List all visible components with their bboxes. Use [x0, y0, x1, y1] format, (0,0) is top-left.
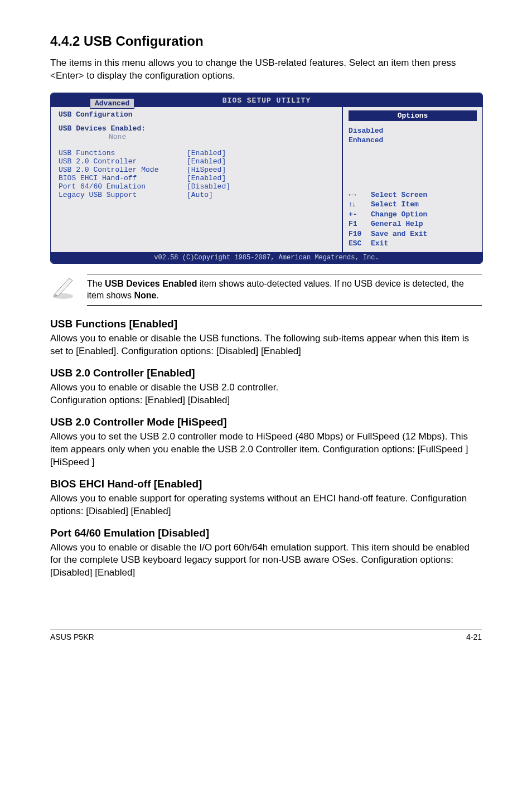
bios-tab-advanced[interactable]: Advanced: [90, 98, 134, 109]
help-desc: Change Option: [371, 210, 427, 220]
bios-setting-value: [Enabled]: [187, 174, 226, 182]
help-key: F10: [349, 229, 371, 239]
bios-setting-row[interactable]: Port 64/60 Emulation [Disabled]: [59, 182, 334, 191]
bios-setting-label: Legacy USB Support: [59, 191, 187, 199]
bios-setting-label: USB 2.0 Controller Mode: [59, 166, 187, 174]
help-desc: Exit: [371, 239, 388, 249]
bios-setting-label: Port 64/60 Emulation: [59, 182, 187, 191]
help-desc: General Help: [371, 219, 423, 229]
help-key: +-: [349, 210, 371, 220]
help-desc: Save and Exit: [371, 229, 427, 239]
intro-paragraph: The items in this menu allows you to cha…: [50, 57, 482, 83]
bios-setting-label: BIOS EHCI Hand-off: [59, 174, 187, 182]
help-desc: Select Screen: [371, 190, 427, 200]
sub-heading: BIOS EHCI Hand-off [Enabled]: [50, 478, 482, 490]
note-bold: USB Devices Enabled: [105, 279, 197, 288]
bios-setting-value: [Auto]: [187, 191, 213, 199]
body-text: Allows you to enable or disable the USB …: [50, 381, 482, 407]
note-part: .: [156, 291, 158, 300]
bios-setting-row[interactable]: BIOS EHCI Hand-off [Enabled]: [59, 174, 334, 182]
bios-setting-row[interactable]: USB 2.0 Controller Mode [HiSpeed]: [59, 166, 334, 174]
bios-side-panel: Options Disabled Enhanced ←→Select Scree…: [343, 107, 482, 252]
bios-titlebar: BIOS SETUP UTILITY Advanced: [51, 93, 482, 107]
bios-devices-label: USB Devices Enabled:: [59, 124, 334, 133]
page-footer: ASUS P5KR 4-21: [50, 630, 482, 641]
body-text: Allows you to enable support for operati…: [50, 492, 482, 518]
sub-heading: USB 2.0 Controller [Enabled]: [50, 367, 482, 379]
bios-devices-value: None: [109, 133, 334, 141]
help-desc: Select Item: [371, 200, 419, 210]
help-key: ←→: [349, 190, 371, 200]
bios-option-value[interactable]: Disabled: [349, 127, 477, 136]
bios-option-value[interactable]: Enhanced: [349, 136, 477, 146]
help-key: F1: [349, 219, 371, 229]
bios-options-header: Options: [349, 110, 477, 121]
bios-setting-value: [Enabled]: [187, 157, 226, 166]
bios-title: BIOS SETUP UTILITY: [223, 96, 311, 105]
body-text: Allows you to set the USB 2.0 controller…: [50, 431, 482, 469]
bios-main-panel: USB Configuration USB Devices Enabled: N…: [51, 107, 343, 252]
sub-heading: USB Functions [Enabled]: [50, 318, 482, 330]
bios-setting-label: USB 2.0 Controller: [59, 157, 187, 166]
note-bold: None: [134, 291, 156, 300]
bios-setting-value: [Enabled]: [187, 149, 226, 157]
footer-left: ASUS P5KR: [50, 632, 94, 641]
body-text: Allows you to enable or disable the I/O …: [50, 542, 482, 580]
bios-setting-row[interactable]: USB Functions [Enabled]: [59, 149, 334, 157]
bios-setting-row[interactable]: USB 2.0 Controller [Enabled]: [59, 157, 334, 166]
section-heading: 4.4.2 USB Configuration: [50, 33, 482, 49]
bios-footer: v02.58 (C)Copyright 1985-2007, American …: [51, 252, 482, 263]
bios-help-keys: ←→Select Screen ↑↓Select Item +-Change O…: [349, 190, 477, 249]
footer-right: 4-21: [466, 632, 482, 641]
bios-screenshot: BIOS SETUP UTILITY Advanced USB Configur…: [50, 93, 483, 264]
help-key: ESC: [349, 239, 371, 249]
note-text: The USB Devices Enabled item shows auto-…: [87, 274, 482, 306]
bios-setting-value: [HiSpeed]: [187, 166, 226, 174]
body-text: Allows you to enable or disable the USB …: [50, 332, 482, 358]
bios-config-title: USB Configuration: [59, 110, 334, 119]
sub-heading: Port 64/60 Emulation [Disabled]: [50, 527, 482, 539]
bios-setting-value: [Disabled]: [187, 182, 230, 191]
sub-heading: USB 2.0 Controller Mode [HiSpeed]: [50, 416, 482, 428]
help-key: ↑↓: [349, 200, 371, 210]
note-part: The: [87, 279, 105, 288]
note-icon: [50, 274, 76, 299]
bios-setting-label: USB Functions: [59, 149, 187, 157]
bios-setting-row[interactable]: Legacy USB Support [Auto]: [59, 191, 334, 199]
